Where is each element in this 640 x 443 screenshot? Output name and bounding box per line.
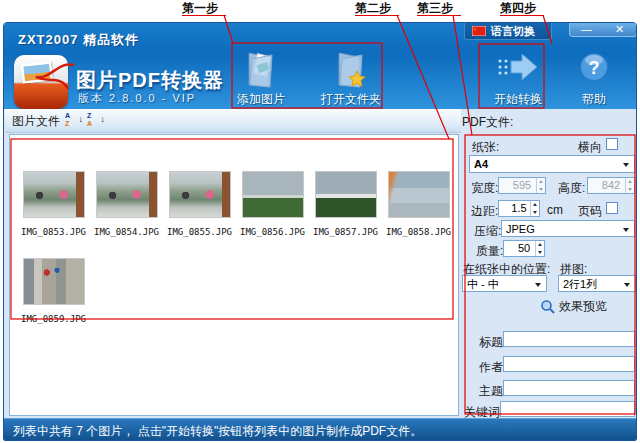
chevron-down-icon	[623, 228, 629, 232]
doc-subject-input[interactable]	[503, 380, 635, 396]
help-label: 帮助	[559, 91, 629, 108]
width-stepper[interactable]: 595	[498, 177, 546, 194]
svg-text:?: ?	[589, 58, 600, 78]
height-label: 高度:	[558, 180, 585, 197]
thumbnail-photo	[169, 171, 231, 218]
magnifier-icon	[540, 299, 555, 314]
open-folder-label: 打开文件夹	[316, 91, 386, 108]
annotation-step-4: 第四步	[500, 1, 544, 16]
margin-stepper[interactable]: 1.5	[498, 200, 540, 217]
thumbnail-img-0857[interactable]: IMG_0857.JPG	[309, 171, 382, 243]
window-title: ZXT2007 精品软件	[18, 31, 139, 49]
annotation-step-1: 第一步	[182, 1, 226, 16]
thumbnail-img-0854[interactable]: IMG_0854.JPG	[90, 171, 163, 243]
doc-title-input[interactable]	[503, 331, 635, 347]
height-value: 842	[602, 179, 620, 191]
add-images-folder-icon	[241, 47, 281, 89]
thumbnail-img-0858[interactable]: IMG_0858.JPG	[382, 171, 455, 243]
pdf-ribbon-icon	[10, 53, 80, 107]
thumbnail-img-0859[interactable]: IMG_0859.JPG	[17, 258, 90, 330]
thumbnail-photo	[242, 171, 304, 218]
preview-button[interactable]: 效果预览	[540, 298, 607, 315]
minimize-button[interactable]: —	[570, 23, 603, 36]
width-label: 宽度:	[471, 180, 498, 197]
thumbnail-filename: IMG_0857.JPG	[305, 227, 386, 237]
start-convert-label: 开始转换	[483, 91, 553, 108]
pdf-file-section-title: PDF文件:	[462, 114, 513, 131]
paper-label: 纸张:	[472, 139, 499, 156]
app-logo-icon	[14, 55, 68, 109]
thumbnail-filename: IMG_0858.JPG	[378, 227, 459, 237]
app-version: 版本 2.8.0.0 - VIP	[78, 91, 196, 106]
stepper-arrows-icon[interactable]	[530, 201, 539, 216]
sort-az-arrow-icon: ↓	[79, 115, 84, 123]
page-number-checkbox[interactable]	[606, 202, 618, 214]
quality-value: 50	[518, 242, 530, 254]
app-name: 图片PDF转换器	[76, 67, 224, 94]
margin-label: 边距:	[471, 203, 498, 220]
add-images-label: 添加图片	[226, 91, 296, 108]
thumbnail-img-0853[interactable]: IMG_0853.JPG	[17, 171, 90, 243]
open-folder-button[interactable]: 打开文件夹	[316, 47, 386, 107]
image-file-list[interactable]: IMG_0853.JPG IMG_0854.JPG IMG_0855.JPG I…	[9, 134, 459, 416]
chevron-down-icon	[535, 283, 541, 287]
width-value: 595	[513, 179, 531, 191]
page-number-label: 页码	[578, 203, 602, 220]
thumbnail-filename: IMG_0855.JPG	[159, 227, 240, 237]
thumbnail-photo	[388, 171, 450, 218]
language-switch-button[interactable]: 语言切换	[464, 23, 552, 40]
sort-ascending-button[interactable]: A Z ↓	[65, 112, 83, 129]
compression-value: JPEG	[506, 223, 535, 235]
china-flag-icon	[472, 26, 486, 36]
position-select[interactable]: 中 - 中	[462, 275, 547, 292]
status-bar: 列表中共有 7 个图片， 点击"开始转换"按钮将列表中的图片制作成PDF文件。	[4, 418, 636, 440]
thumbnail-photo	[96, 171, 158, 218]
image-list-title: 图片文件	[12, 113, 60, 130]
thumbnail-photo	[23, 258, 85, 305]
quality-stepper[interactable]: 50	[503, 240, 545, 257]
tile-select[interactable]: 2行1列	[558, 275, 636, 292]
caption-button-group: — ✕	[569, 23, 637, 37]
app-window: ZXT2007 精品软件 图片PDF转换器 版本 2.8.0.0 - VIP 添…	[3, 22, 637, 441]
doc-author-input[interactable]	[503, 356, 635, 372]
landscape-checkbox[interactable]	[606, 138, 618, 150]
add-images-button[interactable]: 添加图片	[226, 47, 296, 107]
height-stepper[interactable]: 842	[587, 177, 635, 194]
thumbnail-img-0856[interactable]: IMG_0856.JPG	[236, 171, 309, 243]
thumbnail-photo	[23, 171, 85, 218]
compression-label: 压缩:	[474, 223, 501, 240]
thumbnail-photo	[315, 171, 377, 218]
thumbnail-filename: IMG_0854.JPG	[86, 227, 167, 237]
sort-za-arrow-icon: ↓	[101, 115, 106, 123]
sort-descending-button[interactable]: Z A ↓	[87, 112, 105, 129]
margin-value: 1.5	[511, 202, 526, 214]
close-button[interactable]: ✕	[603, 23, 636, 36]
thumbnail-filename: IMG_0859.JPG	[13, 314, 94, 324]
help-question-icon: ?	[577, 47, 611, 87]
annotation-step-2: 第二步	[355, 1, 399, 16]
margin-unit: cm	[547, 203, 563, 217]
help-button[interactable]: ? 帮助	[559, 47, 629, 107]
chevron-down-icon	[623, 163, 629, 167]
position-value: 中 - 中	[467, 278, 499, 290]
thumbnail-img-0855[interactable]: IMG_0855.JPG	[163, 171, 236, 243]
doc-keywords-input[interactable]	[500, 401, 635, 417]
chevron-down-icon	[624, 283, 630, 287]
stepper-arrows-icon[interactable]	[535, 241, 544, 256]
start-convert-arrow-icon	[494, 47, 542, 87]
paper-size-select[interactable]: A4	[469, 155, 635, 173]
thumbnail-filename: IMG_0856.JPG	[232, 227, 313, 237]
stepper-arrows-icon[interactable]	[536, 178, 545, 193]
annotation-step-3: 第三步	[417, 1, 461, 16]
compression-select[interactable]: JPEG	[501, 220, 635, 237]
stepper-arrows-icon[interactable]	[625, 178, 634, 193]
landscape-label: 横向	[578, 139, 602, 156]
thumbnail-filename: IMG_0853.JPG	[13, 227, 94, 237]
quality-label: 质量:	[476, 243, 503, 260]
screenshot-stage: 第一步 第二步 第三步 第四步 ZXT2007 精品软件 图片PDF转换器 版本…	[0, 0, 640, 443]
paper-size-value: A4	[474, 158, 488, 170]
start-convert-button[interactable]: 开始转换	[483, 47, 553, 107]
language-switch-label: 语言切换	[491, 24, 535, 39]
image-list-header: 图片文件 A Z ↓ Z A ↓	[5, 109, 461, 133]
status-text: 列表中共有 7 个图片， 点击"开始转换"按钮将列表中的图片制作成PDF文件。	[13, 423, 422, 440]
